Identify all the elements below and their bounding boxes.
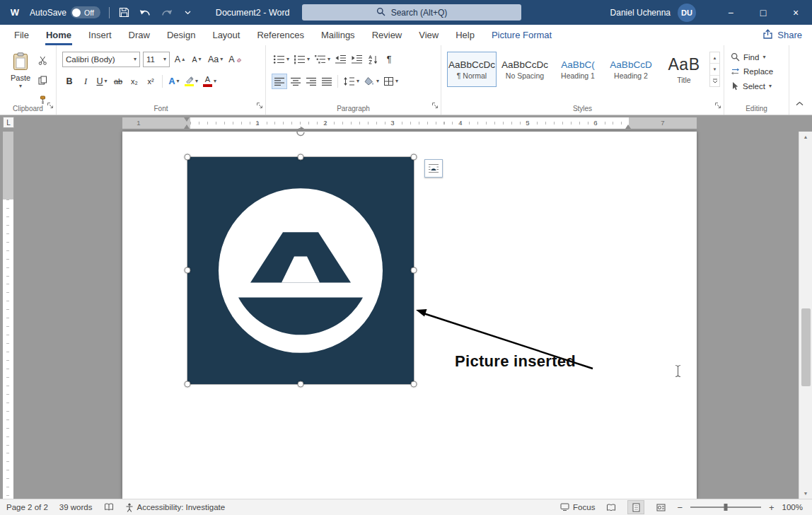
save-icon[interactable] [118, 6, 131, 19]
styles-dialog-launcher-icon[interactable] [714, 99, 721, 112]
first-line-indent-marker[interactable] [184, 117, 190, 122]
tab-design[interactable]: Design [158, 25, 204, 45]
font-dialog-launcher-icon[interactable] [256, 99, 263, 112]
font-color-button[interactable]: A ▾ [202, 74, 218, 89]
inserted-picture[interactable] [187, 157, 414, 384]
styles-gallery-expand-button[interactable] [710, 76, 719, 86]
borders-button[interactable]: ▾ [382, 74, 400, 89]
cut-icon[interactable] [38, 55, 47, 68]
redo-icon[interactable] [161, 6, 173, 19]
scrollbar-thumb[interactable] [801, 308, 811, 386]
resize-handle-s[interactable] [298, 381, 304, 388]
highlight-color-button[interactable]: ▾ [183, 74, 199, 89]
hanging-indent-marker[interactable] [184, 125, 190, 129]
multilevel-list-button[interactable]: ▾ [313, 52, 332, 67]
scroll-up-arrow[interactable]: ▲ [799, 132, 812, 142]
undo-icon[interactable] [139, 6, 152, 19]
align-right-button[interactable] [304, 74, 318, 89]
maximize-button[interactable]: □ [747, 0, 779, 25]
change-case-button[interactable]: Aa▾ [207, 52, 224, 67]
horizontal-ruler[interactable]: 1 1 2 3 4 5 6 7 [122, 117, 697, 129]
layout-options-button[interactable] [424, 159, 443, 178]
annotation-text[interactable]: Picture inserted [455, 352, 576, 371]
decrease-indent-button[interactable] [333, 52, 348, 67]
tab-file[interactable]: File [6, 25, 37, 45]
print-layout-button[interactable] [627, 500, 644, 514]
shading-button[interactable]: ▾ [362, 74, 381, 89]
right-indent-marker[interactable] [625, 125, 631, 129]
tab-home[interactable]: Home [37, 25, 80, 45]
paragraph-dialog-launcher-icon[interactable] [431, 99, 439, 112]
user-avatar[interactable]: DU [678, 4, 696, 22]
sort-button[interactable] [366, 52, 381, 67]
show-paragraph-marks-button[interactable]: ¶ [382, 52, 396, 67]
resize-handle-sw[interactable] [185, 381, 191, 388]
tab-view[interactable]: View [410, 25, 447, 45]
vertical-scrollbar[interactable]: ▲ ▼ [799, 132, 812, 499]
style-heading-2[interactable]: AaBbCcD Heading 2 [606, 52, 656, 87]
line-spacing-button[interactable]: ▾ [342, 74, 361, 89]
tab-layout[interactable]: Layout [204, 25, 248, 45]
tab-review[interactable]: Review [364, 25, 411, 45]
zoom-out-button[interactable]: − [677, 502, 683, 513]
bold-button[interactable]: B [62, 74, 76, 89]
styles-scroll-up-button[interactable]: ▲ [710, 52, 719, 64]
clear-formatting-button[interactable]: A [227, 52, 243, 67]
focus-mode-button[interactable]: Focus [560, 503, 595, 511]
resize-handle-n[interactable] [298, 154, 304, 161]
resize-handle-se[interactable] [411, 381, 417, 388]
proofing-icon[interactable] [104, 503, 114, 511]
paste-button[interactable]: Paste ▾ [6, 52, 35, 103]
word-count[interactable]: 39 words [59, 503, 93, 511]
minimize-button[interactable]: − [714, 0, 747, 25]
tab-draw[interactable]: Draw [120, 25, 158, 45]
web-layout-button[interactable] [652, 500, 669, 514]
strikethrough-button[interactable]: ab [111, 74, 125, 89]
numbering-button[interactable]: ▾ [292, 52, 311, 67]
justify-button[interactable] [320, 74, 334, 89]
copy-icon[interactable] [38, 75, 47, 88]
autosave-toggle[interactable]: AutoSave Off [30, 6, 100, 18]
scroll-down-arrow[interactable]: ▼ [799, 488, 812, 499]
user-name[interactable]: Daniel Uchenna [610, 8, 671, 18]
styles-scroll-down-button[interactable]: ▼ [710, 64, 719, 75]
align-center-button[interactable] [289, 74, 303, 89]
accessibility-status[interactable]: Accessibility: Investigate [125, 503, 226, 512]
replace-button[interactable]: Replace [731, 67, 773, 76]
grow-font-button[interactable]: A▴ [173, 52, 187, 67]
customize-qat-chevron-icon[interactable] [182, 6, 195, 19]
find-button[interactable]: Find ▾ [731, 52, 773, 62]
increase-indent-button[interactable] [349, 52, 364, 67]
clipboard-dialog-launcher-icon[interactable] [47, 99, 54, 112]
resize-handle-w[interactable] [185, 267, 191, 274]
tab-picture-format[interactable]: Picture Format [483, 25, 560, 45]
zoom-in-button[interactable]: + [769, 502, 775, 513]
subscript-button[interactable]: x₂ [127, 74, 141, 89]
page-indicator[interactable]: Page 2 of 2 [6, 503, 48, 511]
select-button[interactable]: Select ▾ [731, 81, 773, 91]
shrink-font-button[interactable]: A▾ [190, 52, 204, 67]
style-heading-1[interactable]: AaBbC( Heading 1 [553, 52, 603, 87]
style-normal[interactable]: AaBbCcDc ¶ Normal [447, 52, 497, 87]
style-no-spacing[interactable]: AaBbCcDc No Spacing [500, 52, 550, 87]
italic-button[interactable]: I [79, 74, 93, 89]
share-button[interactable]: Share [762, 25, 802, 45]
zoom-slider-thumb[interactable] [724, 504, 727, 511]
tab-stop-selector[interactable]: L [3, 117, 14, 128]
resize-handle-ne[interactable] [411, 154, 417, 161]
document-page[interactable]: Picture inserted [122, 132, 697, 499]
tab-mailings[interactable]: Mailings [313, 25, 364, 45]
resize-handle-e[interactable] [411, 267, 417, 274]
tab-references[interactable]: References [248, 25, 312, 45]
font-size-select[interactable]: 11 ▾ [143, 52, 170, 67]
text-effects-button[interactable]: A▾ [167, 74, 181, 89]
resize-handle-nw[interactable] [185, 154, 191, 161]
style-title[interactable]: AaB Title [659, 52, 709, 87]
collapse-ribbon-chevron-icon[interactable] [796, 96, 804, 109]
zoom-level[interactable]: 100% [782, 503, 803, 511]
tab-insert[interactable]: Insert [80, 25, 120, 45]
close-button[interactable]: × [779, 0, 812, 25]
read-mode-button[interactable] [603, 500, 620, 514]
vertical-ruler[interactable] [3, 132, 13, 499]
search-box[interactable]: Search (Alt+Q) [302, 4, 521, 21]
